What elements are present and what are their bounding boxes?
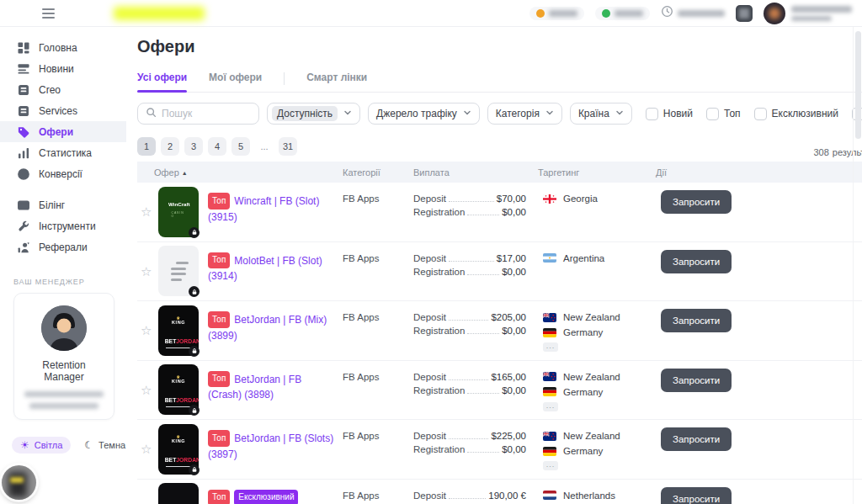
tab-0[interactable]: Усі офери <box>137 68 187 92</box>
lock-icon <box>189 286 200 297</box>
filter-dropdown-3[interactable]: Країна <box>570 103 632 125</box>
country-item: Argentina <box>543 253 656 263</box>
page-button-4[interactable]: 4 <box>208 137 226 156</box>
menu-icon[interactable] <box>42 8 55 19</box>
tab-1[interactable]: Мої офери <box>209 68 262 92</box>
user-id-blurred <box>791 16 832 21</box>
sidebar-item-6[interactable]: Конверсії <box>0 163 126 184</box>
brand-logo[interactable] <box>114 7 205 20</box>
page-button-5[interactable]: 5 <box>231 137 250 156</box>
sidebar-item-9[interactable]: Реферали <box>0 236 126 257</box>
more-countries-chip[interactable]: ... <box>543 342 558 352</box>
offer-row: ☆ WinCraftC A S I N O ТопWincraft | FB (… <box>137 183 862 242</box>
checkbox-icon[interactable] <box>754 108 767 120</box>
country-item: New Zealand <box>543 312 656 322</box>
offer-row: ☆ ♕KINGBETJORDAN ТопBetJordan | FB (Mix)… <box>137 301 862 361</box>
user-avatar[interactable] <box>764 3 785 24</box>
user-menu[interactable] <box>764 3 852 24</box>
filter-checkbox-2[interactable]: Ексклюзивний <box>754 108 838 120</box>
filter-dropdown-0[interactable]: Доступність <box>267 103 360 125</box>
sidebar-item-1[interactable]: Новини <box>0 58 126 79</box>
chevron-down-icon <box>343 108 352 119</box>
billing-icon <box>17 199 30 212</box>
column-offer[interactable]: Офер▲ <box>137 167 343 178</box>
page-button-3[interactable]: 3 <box>184 137 203 156</box>
sidebar-item-0[interactable]: Головна <box>0 37 126 58</box>
offer-targeting: New ZealandGermany... <box>538 420 656 479</box>
favorite-star-icon[interactable]: ☆ <box>141 265 152 278</box>
checkbox-icon[interactable] <box>646 108 658 120</box>
filter-dropdown-2[interactable]: Категорія <box>487 103 562 125</box>
offer-thumbnail[interactable]: WinCraftC A S I N O <box>158 187 199 237</box>
offer-payouts: Deposit$165,00Registration$0,00 <box>413 361 538 420</box>
sidebar-item-5[interactable]: Статистика <box>0 142 126 163</box>
sort-asc-icon: ▲ <box>182 170 188 176</box>
theme-dark-button[interactable]: ☾ Темна <box>84 440 125 450</box>
sidebar-item-3[interactable]: Services <box>0 100 126 121</box>
flag-ge-icon <box>543 194 556 204</box>
offer-thumbnail[interactable] <box>158 246 199 296</box>
page-title: Офери <box>137 37 862 56</box>
lock-icon <box>189 227 200 238</box>
invite-button[interactable]: Запросити <box>661 487 732 504</box>
messenger-icon[interactable] <box>736 5 753 22</box>
filter-checkbox-0[interactable]: Новий <box>646 108 693 120</box>
tabs: Усі офериМої офериСмарт лінки <box>137 68 862 93</box>
more-countries-chip[interactable]: ... <box>543 461 558 470</box>
favorite-star-icon[interactable]: ☆ <box>141 443 152 455</box>
invite-button[interactable]: Запросити <box>661 309 732 332</box>
support-chat-widget[interactable] <box>2 465 36 500</box>
green-dot-icon <box>602 9 610 18</box>
favorite-star-icon[interactable]: ☆ <box>141 384 152 396</box>
invite-button[interactable]: Запросити <box>661 427 732 451</box>
search-box[interactable] <box>137 103 259 125</box>
badge-top: Топ <box>208 311 230 328</box>
offers-tag-icon <box>17 125 30 139</box>
more-countries-chip[interactable]: ... <box>543 402 558 411</box>
scrollbar[interactable] <box>853 27 862 504</box>
offer-category: FB Apps <box>343 242 413 301</box>
search-input[interactable] <box>162 108 251 119</box>
sidebar-item-8[interactable]: Інструменти <box>0 215 126 236</box>
referrals-icon <box>17 241 30 254</box>
timezone-value-blurred <box>678 10 725 17</box>
dashboard-icon <box>17 41 30 55</box>
page-button-2[interactable]: 2 <box>161 137 179 156</box>
favorite-star-icon[interactable]: ☆ <box>141 324 152 337</box>
payout-line: Registration$0,00 <box>413 267 526 278</box>
sidebar-item-7[interactable]: Білінг <box>0 194 126 215</box>
offer-payouts: Deposit$17,00Registration$0,00 <box>413 242 538 301</box>
offer-thumbnail[interactable]: ♕KINGBETJORDAN <box>158 305 199 356</box>
badge-top: Топ <box>208 490 230 504</box>
badge-top: Топ <box>208 252 230 269</box>
tab-2[interactable]: Смарт лінки <box>306 68 367 92</box>
sidebar-item-4[interactable]: Офери <box>0 121 126 142</box>
filter-dropdown-1[interactable]: Джерело трафіку <box>368 103 480 125</box>
theme-light-label: Світла <box>35 440 63 450</box>
flag-nz-icon <box>543 372 556 381</box>
page-button-31[interactable]: 31 <box>279 137 297 156</box>
payout-line: Deposit$165,00 <box>413 372 526 383</box>
payout-line: Deposit190,00 € <box>413 491 526 501</box>
favorite-star-icon[interactable]: ☆ <box>141 205 152 218</box>
flag-de-icon <box>543 387 556 396</box>
checkbox-icon[interactable] <box>706 108 719 120</box>
theme-light-button[interactable]: ☀ Світла <box>12 437 71 454</box>
invite-button[interactable]: Запросити <box>661 369 732 392</box>
filter-checkbox-1[interactable]: Топ <box>706 108 741 120</box>
payout-line: Deposit$17,00 <box>413 253 526 264</box>
table-header: Офер▲ Категорії Виплата Таргетинг Дії <box>137 162 862 183</box>
offer-thumbnail[interactable]: WINORIO <box>158 483 199 504</box>
invite-button[interactable]: Запросити <box>661 250 732 273</box>
filters-bar: ДоступністьДжерело трафікуКатегоріяКраїн… <box>137 103 862 125</box>
offer-thumbnail[interactable]: ♕KINGBETJORDAN <box>158 424 199 475</box>
page-button-1[interactable]: 1 <box>137 137 156 156</box>
sidebar-item-2[interactable]: Creo <box>0 79 126 100</box>
scrollbar-thumb[interactable] <box>855 31 861 139</box>
invite-button[interactable]: Запросити <box>661 190 732 214</box>
country-item: New Zealand <box>543 372 656 382</box>
offer-thumbnail[interactable]: ♕KINGBETJORDAN <box>158 364 199 415</box>
badge-exclusive: Ексклюзивний <box>234 490 298 504</box>
manager-section-label: ВАШ МЕНЕДЖЕР <box>13 278 126 286</box>
search-icon <box>146 106 157 121</box>
